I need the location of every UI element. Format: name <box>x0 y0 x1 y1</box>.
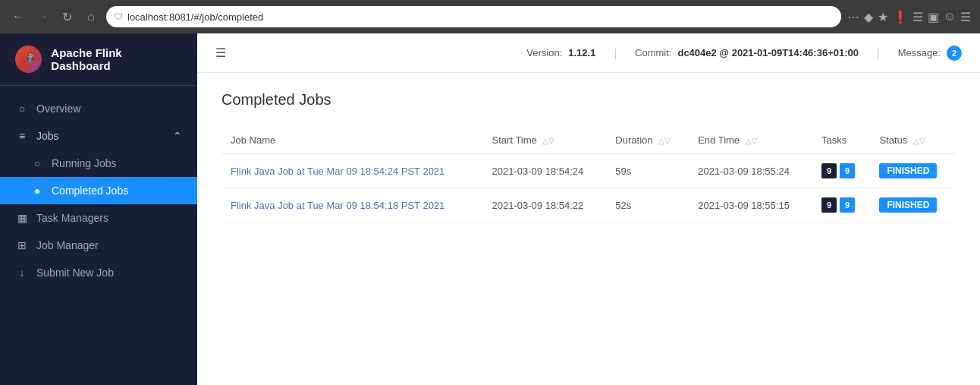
version-value: 1.12.1 <box>568 47 595 58</box>
menu-toggle-icon[interactable]: ☰ <box>215 46 226 60</box>
security-icon: 🛡 <box>114 11 123 22</box>
task-badge-blue: 9 <box>840 197 855 213</box>
task-badge-blue: 9 <box>840 163 855 178</box>
sidebar-item-job-manager[interactable]: ⊞ Job Manager <box>0 232 197 259</box>
app-logo: 🦸 <box>15 46 42 73</box>
cell-tasks: 9 9 <box>812 188 870 222</box>
sidebar-icon[interactable]: ☰ <box>912 10 923 24</box>
tabs-icon[interactable]: ▣ <box>928 10 939 24</box>
sidebar-item-jobs-label: Jobs <box>36 130 59 142</box>
topbar-version-info: Version: 1.12.1 <box>526 47 595 58</box>
topbar-commit-info: Commit: dc404e2 @ 2021-01-09T14:46:36+01… <box>635 47 859 58</box>
page-title: Completed Jobs <box>221 91 956 109</box>
reload-button[interactable]: ↻ <box>58 8 76 26</box>
sidebar-item-running-jobs-label: Running Jobs <box>52 157 117 169</box>
task-badge-dark: 9 <box>821 197 837 213</box>
sidebar: 🦸 Apache Flink Dashboard ○ Overview ≡ Jo… <box>0 33 197 385</box>
sidebar-item-submit-new-job[interactable]: ↓ Submit New Job <box>0 259 197 286</box>
message-badge[interactable]: 2 <box>947 46 962 61</box>
message-label: Message: <box>898 47 941 58</box>
forward-button[interactable]: → <box>33 8 52 26</box>
topbar-message-info: Message: 2 <box>898 46 962 61</box>
browser-toolbar-icons: ⋯ ◆ ★ ❗ ☰ ▣ ☺ ☰ <box>847 10 971 24</box>
cell-duration: 59s <box>606 154 689 188</box>
task-badge-dark: 9 <box>821 163 837 178</box>
jobs-icon: ≡ <box>15 130 29 142</box>
sidebar-navigation: ○ Overview ≡ Jobs ⌃ ○ Running Jobs ● Com… <box>0 86 197 295</box>
table-header: Job Name Start Time △▽ Duration △▽ End T… <box>221 127 956 154</box>
app-wrapper: 🦸 Apache Flink Dashboard ○ Overview ≡ Jo… <box>0 33 980 385</box>
sidebar-item-completed-jobs-label: Completed Jobs <box>52 185 128 197</box>
cell-status: FINISHED <box>870 188 956 222</box>
completed-jobs-table: Job Name Start Time △▽ Duration △▽ End T… <box>221 127 956 222</box>
col-header-end-time[interactable]: End Time △▽ <box>689 127 812 154</box>
sort-status-icon: △▽ <box>913 137 925 145</box>
job-manager-icon: ⊞ <box>15 239 29 251</box>
overview-icon: ○ <box>15 103 29 115</box>
cell-tasks: 9 9 <box>812 154 870 188</box>
cell-duration: 52s <box>606 188 689 222</box>
topbar-divider-1: | <box>614 47 617 59</box>
job-name-link[interactable]: Flink Java Job at Tue Mar 09 18:54:24 PS… <box>231 166 444 177</box>
bookmark-icon[interactable]: ★ <box>878 10 888 24</box>
extensions-icon[interactable]: ❗ <box>893 10 908 24</box>
address-bar[interactable]: 🛡 localhost:8081/#/job/completed <box>106 6 841 27</box>
version-label: Version: <box>526 47 562 58</box>
topbar-divider-2: | <box>877 47 880 59</box>
sidebar-item-overview-label: Overview <box>36 103 80 115</box>
chevron-up-icon: ⌃ <box>173 130 182 142</box>
sidebar-item-running-jobs[interactable]: ○ Running Jobs <box>0 150 197 177</box>
profile-icon[interactable]: ☺ <box>944 10 956 24</box>
home-button[interactable]: ⌂ <box>82 8 100 26</box>
cell-start-time: 2021-03-09 18:54:24 <box>483 154 607 188</box>
back-button[interactable]: ← <box>9 8 27 26</box>
sidebar-item-job-manager-label: Job Manager <box>36 239 99 251</box>
col-header-duration[interactable]: Duration △▽ <box>606 127 689 154</box>
sidebar-item-overview[interactable]: ○ Overview <box>0 95 197 122</box>
menu-icon[interactable]: ☰ <box>960 10 971 24</box>
cell-end-time: 2021-03-09 18:55:15 <box>689 188 812 222</box>
sidebar-item-task-managers-label: Task Managers <box>36 212 108 224</box>
job-name-link[interactable]: Flink Java Job at Tue Mar 09 18:54:18 PS… <box>231 200 444 211</box>
status-badge: FINISHED <box>879 163 937 178</box>
pocket-icon[interactable]: ◆ <box>864 10 873 24</box>
url-text: localhost:8081/#/job/completed <box>127 11 834 23</box>
col-header-start-time[interactable]: Start Time △▽ <box>483 127 607 154</box>
cell-end-time: 2021-03-09 18:55:24 <box>689 154 812 188</box>
cell-job-name: Flink Java Job at Tue Mar 09 18:54:18 PS… <box>221 188 483 222</box>
completed-jobs-icon: ● <box>30 185 44 197</box>
sidebar-item-jobs[interactable]: ≡ Jobs ⌃ <box>0 122 197 150</box>
table-body: Flink Java Job at Tue Mar 09 18:54:24 PS… <box>221 154 956 222</box>
browser-chrome: ← → ↻ ⌂ 🛡 localhost:8081/#/job/completed… <box>0 0 980 33</box>
col-header-status[interactable]: Status △▽ <box>870 127 956 154</box>
running-jobs-icon: ○ <box>30 157 44 169</box>
col-header-job-name[interactable]: Job Name <box>221 127 483 154</box>
table-row: Flink Java Job at Tue Mar 09 18:54:18 PS… <box>221 188 956 222</box>
sidebar-item-submit-new-job-label: Submit New Job <box>36 267 114 279</box>
sort-duration-icon: △▽ <box>658 137 671 145</box>
content-area: Completed Jobs Job Name Start Time △▽ Du… <box>197 73 980 385</box>
cell-job-name: Flink Java Job at Tue Mar 09 18:54:24 PS… <box>221 154 483 188</box>
cell-start-time: 2021-03-09 18:54:22 <box>483 188 607 222</box>
status-badge: FINISHED <box>879 197 937 213</box>
main-content: ☰ Version: 1.12.1 | Commit: dc404e2 @ 20… <box>197 33 980 385</box>
cell-status: FINISHED <box>870 154 956 188</box>
topbar: ☰ Version: 1.12.1 | Commit: dc404e2 @ 20… <box>197 33 980 73</box>
sidebar-header: 🦸 Apache Flink Dashboard <box>0 33 197 86</box>
sidebar-item-completed-jobs[interactable]: ● Completed Jobs <box>0 177 197 204</box>
submit-job-icon: ↓ <box>15 267 29 279</box>
sort-end-time-icon: △▽ <box>746 137 758 145</box>
sidebar-item-task-managers[interactable]: ▦ Task Managers <box>0 204 197 232</box>
more-icon[interactable]: ⋯ <box>847 10 859 24</box>
task-managers-icon: ▦ <box>15 212 29 224</box>
col-header-tasks: Tasks <box>812 127 870 154</box>
table-row: Flink Java Job at Tue Mar 09 18:54:24 PS… <box>221 154 956 188</box>
app-title: Apache Flink Dashboard <box>51 46 182 72</box>
sort-start-time-icon: △▽ <box>542 137 554 145</box>
commit-value: dc404e2 @ 2021-01-09T14:46:36+01:00 <box>677 47 859 58</box>
commit-label: Commit: <box>635 47 671 58</box>
